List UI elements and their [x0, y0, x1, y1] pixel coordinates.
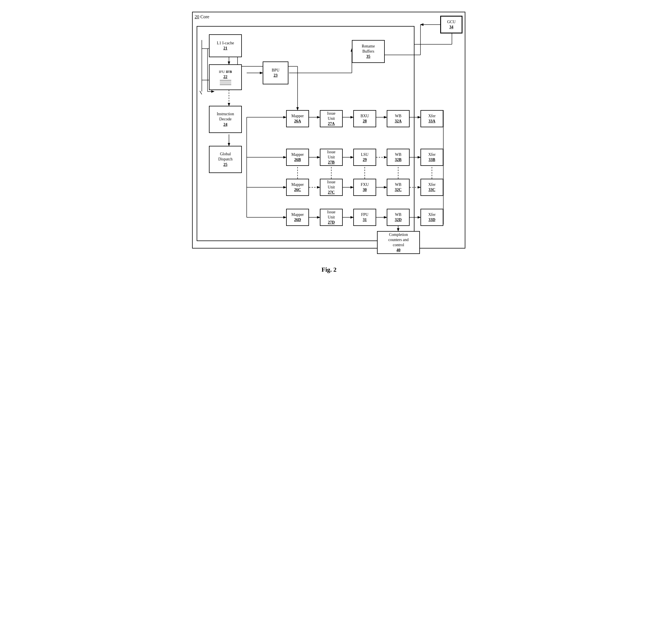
- mapper-26d-ref: 26D: [294, 217, 301, 222]
- mapper-26c-ref: 26C: [294, 188, 301, 192]
- xfer-33c-label: Xfer: [428, 182, 436, 187]
- svg-line-18: [200, 91, 202, 94]
- xfer-33a-label: Xfer: [428, 114, 436, 119]
- mapper-26a-label: Mapper: [291, 114, 304, 119]
- issue-27d-block: IssueUnit 27D: [320, 209, 343, 226]
- ifu-ref: 22: [224, 75, 228, 79]
- bpu-label: BPU: [272, 68, 279, 73]
- wb-32a-label: WB: [395, 114, 402, 119]
- wb-32c-label: WB: [395, 182, 402, 187]
- wb-32d-block: WB 32D: [387, 209, 409, 226]
- fpu-block: FPU 31: [353, 209, 376, 226]
- fxu-block: FXU 30: [353, 179, 376, 196]
- wb-32d-ref: 32D: [395, 217, 402, 222]
- ifu-label: IFU IFB: [219, 69, 232, 74]
- bpu-ref: 23: [274, 73, 278, 77]
- rename-buffers-label: RenameBuffers: [362, 44, 375, 54]
- l1icache-label: L1 I-cache: [217, 41, 234, 46]
- fpu-label: FPU: [361, 212, 369, 217]
- mapper-26a-ref: 26A: [294, 119, 301, 123]
- mapper-26a-block: Mapper 26A: [286, 110, 309, 127]
- xfer-33b-block: Xfer 33B: [421, 149, 443, 166]
- wb-32a-ref: 32A: [395, 119, 402, 123]
- xfer-33a-ref: 33A: [428, 119, 435, 123]
- issue-27a-label: IssueUnit: [327, 111, 335, 121]
- xfer-33b-label: Xfer: [428, 152, 436, 157]
- core-ref: 20: [195, 14, 199, 19]
- xfer-33c-block: Xfer 33C: [421, 179, 443, 196]
- xfer-33c-ref: 33C: [428, 188, 435, 192]
- fpu-ref: 31: [363, 217, 367, 222]
- issue-27d-label: IssueUnit: [327, 210, 335, 220]
- instr-decode-label: InstructionDecode: [217, 112, 234, 122]
- completion-ref: 40: [397, 248, 400, 252]
- bxu-label: BXU: [360, 114, 369, 119]
- issue-27b-ref: 27B: [328, 160, 334, 164]
- fxu-label: FXU: [361, 182, 369, 187]
- lsu-ref: 29: [363, 158, 367, 162]
- mapper-26b-ref: 26B: [294, 158, 301, 162]
- issue-27d-ref: 27D: [328, 220, 335, 225]
- rename-buffers-block: RenameBuffers 35: [352, 40, 385, 63]
- mapper-26b-block: Mapper 26B: [286, 149, 309, 166]
- rename-buffers-ref: 35: [367, 54, 371, 59]
- mapper-26c-block: Mapper 26C: [286, 179, 309, 196]
- l1icache-block: L1 I-cache 21: [209, 34, 242, 57]
- xfer-33a-block: Xfer 33A: [421, 110, 443, 127]
- issue-27c-ref: 27C: [328, 190, 335, 194]
- wb-32b-ref: 32B: [395, 158, 401, 162]
- xfer-33d-ref: 33D: [428, 217, 435, 222]
- global-dispatch-ref: 25: [224, 162, 228, 167]
- gcu-block: GCU 34: [441, 16, 462, 33]
- mapper-26c-label: Mapper: [291, 182, 304, 187]
- diagram-wrapper: 20 Core GCU 34 L1 I-cache 21 IFU IFB 22: [192, 12, 466, 273]
- xfer-33d-label: Xfer: [428, 212, 436, 217]
- wb-32c-ref: 32C: [395, 188, 402, 192]
- mapper-26b-label: Mapper: [291, 152, 304, 157]
- wb-32c-block: WB 32C: [387, 179, 409, 196]
- completion-block: Completioncounters andcontrol 40: [377, 231, 420, 254]
- wb-32b-label: WB: [395, 152, 402, 157]
- xfer-33d-block: Xfer 33D: [421, 209, 443, 226]
- ifu-block: IFU IFB 22: [209, 64, 242, 90]
- core-label: 20 Core: [195, 14, 209, 19]
- gcu-label: GCU: [447, 19, 455, 25]
- l1icache-ref: 21: [224, 46, 228, 50]
- bxu-ref: 28: [363, 119, 367, 123]
- instr-decode-ref: 24: [224, 122, 228, 127]
- wb-32b-block: WB 32B: [387, 149, 409, 166]
- fxu-ref: 30: [363, 188, 367, 192]
- issue-27a-block: IssueUnit 27A: [320, 110, 343, 127]
- instr-decode-block: InstructionDecode 24: [209, 106, 242, 133]
- bxu-block: BXU 28: [353, 110, 376, 127]
- bpu-block: BPU 23: [263, 62, 288, 84]
- global-dispatch-label: GlobalDispatch: [218, 152, 233, 162]
- xfer-33b-ref: 33B: [428, 158, 435, 162]
- global-dispatch-block: GlobalDispatch 25: [209, 146, 242, 173]
- wb-32d-label: WB: [395, 212, 402, 217]
- completion-label: Completioncounters andcontrol: [388, 232, 408, 248]
- core-text: Core: [201, 14, 209, 19]
- issue-27c-block: IssueUnit 27C: [320, 179, 343, 196]
- issue-27c-label: IssueUnit: [327, 180, 335, 190]
- issue-27b-block: IssueUnit 27B: [320, 149, 343, 166]
- wb-32a-block: WB 32A: [387, 110, 409, 127]
- lsu-label: LSU: [361, 152, 369, 157]
- figure-label: Fig. 2: [322, 266, 337, 273]
- mapper-26d-block: Mapper 26D: [286, 209, 309, 226]
- outer-container: 20 Core GCU 34 L1 I-cache 21 IFU IFB 22: [192, 12, 466, 257]
- mapper-26d-label: Mapper: [291, 212, 304, 217]
- issue-27b-label: IssueUnit: [327, 150, 335, 160]
- lsu-block: LSU 29: [353, 149, 376, 166]
- gcu-ref: 34: [449, 25, 453, 29]
- issue-27a-ref: 27A: [328, 121, 335, 126]
